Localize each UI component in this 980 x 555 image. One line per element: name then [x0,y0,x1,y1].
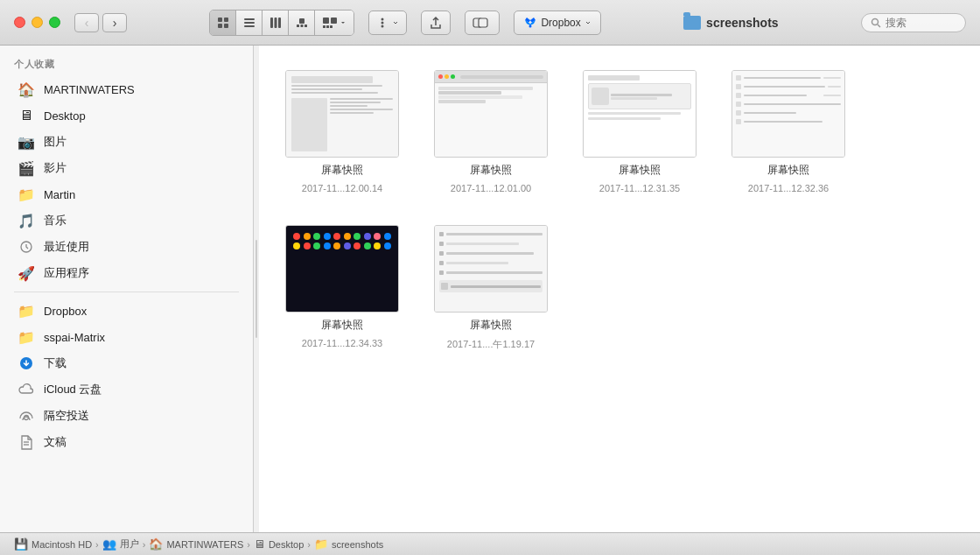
sidebar-item-label: iCloud 云盘 [44,382,102,397]
tags-button[interactable] [465,11,500,35]
list-item[interactable]: 屏幕快照 2017-11...12.34.33 [276,218,408,358]
svg-point-25 [872,18,878,25]
apps-icon: 🚀 [18,264,35,282]
file-thumbnail [732,70,845,158]
sidebar-item-label: 图片 [44,134,66,150]
sidebar-item-sspai[interactable]: 📁 sspai-Matrix [4,324,249,350]
svg-point-20 [382,21,384,24]
file-name: 屏幕快照 [321,318,363,333]
file-area: 屏幕快照 2017-11...12.00.14 [259,46,980,532]
sidebar-item-movies[interactable]: 🎬 影片 [4,155,249,181]
statusbar-macintosh: 💾 Macintosh HD [14,537,92,551]
sidebar-item-label: Desktop [44,109,86,123]
file-grid: 屏幕快照 2017-11...12.00.14 [276,63,962,358]
forward-button[interactable]: › [102,13,127,32]
statusbar-desktop: 🖥 Desktop [254,537,304,551]
sidebar-item-downloads[interactable]: 下载 [4,350,249,376]
svg-rect-16 [323,25,326,28]
view-cover-btn[interactable] [289,11,315,35]
statusbar-users: 👥 用户 [102,537,139,551]
titlebar-left: ‹ › [14,13,127,32]
sidebar-item-label: 隔空投送 [44,408,89,424]
svg-point-21 [382,25,384,27]
folder-icon [683,16,701,30]
sidebar-item-label: 影片 [44,160,66,176]
svg-rect-0 [218,18,222,22]
sidebar-item-airdrop[interactable]: 隔空投送 [4,403,249,429]
list-item[interactable]: 屏幕快照 2017-11...12.00.14 [276,63,408,200]
titlebar: ‹ › [0,0,980,46]
desktop-icon: 🖥 [18,107,35,124]
svg-rect-3 [224,24,228,28]
svg-point-19 [382,18,384,20]
file-thumbnail [583,70,696,158]
sidebar-item-label: Dropbox [44,305,87,318]
music-icon: 🎵 [18,212,35,229]
users-folder-icon: 👥 [102,537,116,551]
statusbar: 💾 Macintosh HD › 👥 用户 › 🏠 MARTINWATERS ›… [0,532,980,555]
sidebar-item-label: 文稿 [44,434,66,450]
svg-rect-7 [270,18,273,28]
sidebar-item-martin[interactable]: 📁 Martin [4,181,249,207]
list-item[interactable]: 屏幕快照 2017-11....午1.19.17 [425,218,556,358]
sidebar-item-label: sspai-Matrix [44,331,105,344]
close-button[interactable] [14,17,25,28]
home-status-icon: 🏠 [149,537,163,551]
svg-rect-11 [297,25,299,27]
main-content: 个人收藏 🏠 MARTINWATERS 🖥 Desktop 📷 图片 🎬 影片 … [0,46,980,532]
breadcrumb-arrow-2: › [143,539,146,550]
resize-handle[interactable] [254,46,259,532]
view-gallery-btn[interactable] [315,11,354,35]
svg-line-26 [878,25,880,27]
view-buttons [209,10,354,36]
file-name: 屏幕快照 [470,163,512,178]
nav-arrows: ‹ › [74,13,127,32]
list-item[interactable]: 屏幕快照 2017-11...12.31.35 [574,63,705,200]
back-button[interactable]: ‹ [74,13,99,32]
list-item[interactable]: 屏幕快照 2017-11...12.32.36 [723,63,854,200]
view-list-btn[interactable] [236,11,262,35]
folder-status-icon: 📁 [314,537,328,551]
file-thumbnail [285,225,399,313]
file-date: 2017-11...12.31.35 [599,183,680,193]
sidebar-section-title: 个人收藏 [0,54,253,76]
maximize-button[interactable] [49,17,60,28]
statusbar-screenshots: 📁 screenshots [314,537,383,551]
window-title: screenshots [683,16,778,30]
svg-rect-10 [299,18,304,24]
share-button[interactable] [421,11,451,35]
sidebar-item-icloud[interactable]: iCloud 云盘 [4,376,249,403]
dropbox-label: Dropbox [541,17,580,29]
airdrop-icon [18,407,35,425]
sidebar-item-apps[interactable]: 🚀 应用程序 [4,260,249,286]
svg-rect-17 [326,25,329,28]
dropbox-sidebar-icon: 📁 [18,302,35,320]
dropbox-button[interactable]: Dropbox [514,11,600,35]
view-icon-btn[interactable] [210,11,236,35]
sidebar-item-photos[interactable]: 📷 图片 [4,129,249,155]
sidebar-item-label: Martin [44,188,75,201]
sidebar-item-home[interactable]: 🏠 MARTINWATERS [4,76,249,102]
search-input[interactable] [886,17,956,29]
movies-icon: 🎬 [18,159,35,177]
breadcrumb-arrow-4: › [307,539,311,550]
sidebar-item-documents[interactable]: 文稿 [4,429,249,455]
search-box[interactable] [861,13,966,32]
file-thumbnail [285,70,399,158]
svg-point-24 [529,25,532,27]
file-thumbnail [434,225,548,313]
svg-rect-4 [244,18,255,20]
view-column-btn[interactable] [262,11,289,35]
file-name: 屏幕快照 [767,163,809,178]
sidebar-item-desktop[interactable]: 🖥 Desktop [4,102,249,129]
downloads-icon [18,355,35,372]
sidebar-item-dropbox[interactable]: 📁 Dropbox [4,298,249,324]
sidebar-item-recent[interactable]: 最近使用 [4,234,249,260]
svg-rect-14 [323,18,329,24]
list-item[interactable]: 屏幕快照 2017-11...12.01.00 [425,63,556,200]
action-button[interactable] [368,11,407,35]
minimize-button[interactable] [32,17,43,28]
sidebar-item-music[interactable]: 🎵 音乐 [4,207,249,234]
file-name: 屏幕快照 [321,163,363,178]
sidebar-item-label: 音乐 [44,213,66,228]
